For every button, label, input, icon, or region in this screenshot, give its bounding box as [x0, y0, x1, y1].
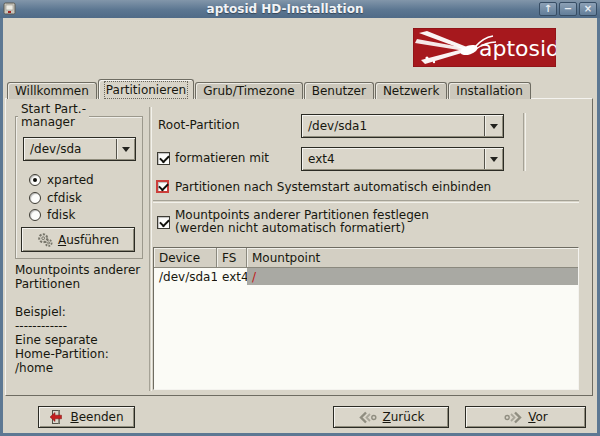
quit-button-label: Beenden: [70, 410, 123, 424]
column-header-mountpoint[interactable]: Mountpoint: [247, 248, 578, 267]
forward-arrow-icon: [503, 411, 523, 424]
combo-frame-edge: [523, 113, 525, 171]
app-window: aptosid HD-Installation ↑ − × aptosid: [0, 0, 600, 436]
back-button[interactable]: Zurück: [333, 406, 449, 428]
brand-text: aptosid: [479, 36, 556, 61]
quit-button[interactable]: Beenden: [38, 406, 135, 428]
radio-fdisk[interactable]: [29, 209, 41, 221]
cell-mountpoint[interactable]: /: [247, 268, 578, 285]
tab-grub-timezone[interactable]: Grub/Timezone: [195, 82, 303, 99]
dialog-body: aptosid Willkommen Partitionieren Grub/T…: [3, 18, 597, 433]
titlebar[interactable]: aptosid HD-Installation ↑ − ×: [0, 0, 600, 18]
column-header-device[interactable]: Device: [154, 248, 217, 267]
minimize-icon: −: [564, 3, 572, 14]
close-icon: ×: [584, 3, 592, 14]
root-partition-select[interactable]: /dev/sda1: [301, 114, 504, 138]
column-separator: [149, 107, 151, 391]
table-header-row: Device FS Mountpoint: [154, 248, 578, 268]
disk-select-arrow[interactable]: [116, 139, 135, 159]
tab-benutzer[interactable]: Benutzer: [304, 82, 374, 99]
filesystem-select[interactable]: ext4: [301, 147, 504, 171]
automount-checkbox[interactable]: [156, 180, 169, 193]
format-checkbox-label[interactable]: formatieren mit: [175, 152, 269, 165]
partmanager-group-title: Start Part.- manager: [18, 103, 89, 129]
other-mountpoints-checkbox[interactable]: [157, 216, 170, 229]
back-arrow-icon: [358, 411, 378, 424]
section-separator: [153, 200, 579, 202]
mountpoint-table: Device FS Mountpoint /dev/sda1 ext4 /: [153, 247, 579, 390]
shade-button[interactable]: ↑: [539, 2, 557, 16]
radio-xparted-label[interactable]: xparted: [47, 174, 94, 187]
filesystem-arrow[interactable]: [484, 149, 503, 169]
mountpoints-hint-text: Mountpoints anderer Partitionen Beispiel…: [15, 263, 148, 375]
radio-fdisk-label[interactable]: fdisk: [47, 209, 75, 222]
tab-partitionieren[interactable]: Partitionieren: [98, 79, 194, 99]
window-title: aptosid HD-Installation: [30, 2, 540, 16]
app-icon[interactable]: [3, 2, 16, 15]
minimize-button[interactable]: −: [559, 2, 577, 16]
chevron-down-icon: [122, 147, 130, 152]
table-row[interactable]: /dev/sda1 ext4 /: [154, 268, 578, 285]
disk-select[interactable]: /dev/sda: [23, 137, 136, 161]
gears-icon: [37, 232, 53, 248]
root-partition-arrow[interactable]: [484, 116, 503, 136]
back-button-label: Zurück: [383, 410, 425, 424]
run-partmanager-button[interactable]: Ausführen: [21, 227, 135, 252]
next-button-label: Vor: [528, 410, 548, 424]
chevron-down-icon: [490, 124, 498, 129]
format-checkbox[interactable]: [157, 152, 170, 165]
tab-bar: Willkommen Partitionieren Grub/Timezone …: [7, 79, 532, 99]
root-partition-label: Root-Partition: [158, 119, 240, 132]
column-header-fs[interactable]: FS: [217, 248, 247, 267]
aptosid-logo: aptosid: [413, 28, 556, 67]
cell-device[interactable]: /dev/sda1: [154, 270, 217, 284]
radio-xparted[interactable]: [29, 174, 41, 186]
chevron-down-icon: [490, 157, 498, 162]
automount-checkbox-label[interactable]: Partitionen nach Systemstart automatisch…: [175, 181, 491, 194]
tab-netzwerk[interactable]: Netzwerk: [375, 82, 447, 99]
next-button[interactable]: Vor: [465, 406, 586, 428]
radio-cfdisk[interactable]: [29, 192, 41, 204]
root-partition-value: /dev/sda1: [308, 119, 367, 133]
disk-select-value: /dev/sda: [30, 142, 81, 156]
cell-fs[interactable]: ext4: [217, 270, 247, 284]
partition-page: Start Part.- manager /dev/sda xparted cf…: [5, 98, 593, 396]
close-button[interactable]: ×: [579, 2, 597, 16]
run-button-label: Ausführen: [58, 233, 119, 247]
other-mountpoints-label[interactable]: Mountpoints anderer Partitionen festlege…: [175, 209, 429, 235]
tab-willkommen[interactable]: Willkommen: [7, 82, 97, 99]
filesystem-value: ext4: [308, 152, 335, 166]
shade-icon: ↑: [544, 3, 552, 14]
exit-door-icon: [49, 409, 65, 425]
tab-installation[interactable]: Installation: [448, 82, 530, 99]
radio-cfdisk-label[interactable]: cfdisk: [47, 192, 82, 205]
